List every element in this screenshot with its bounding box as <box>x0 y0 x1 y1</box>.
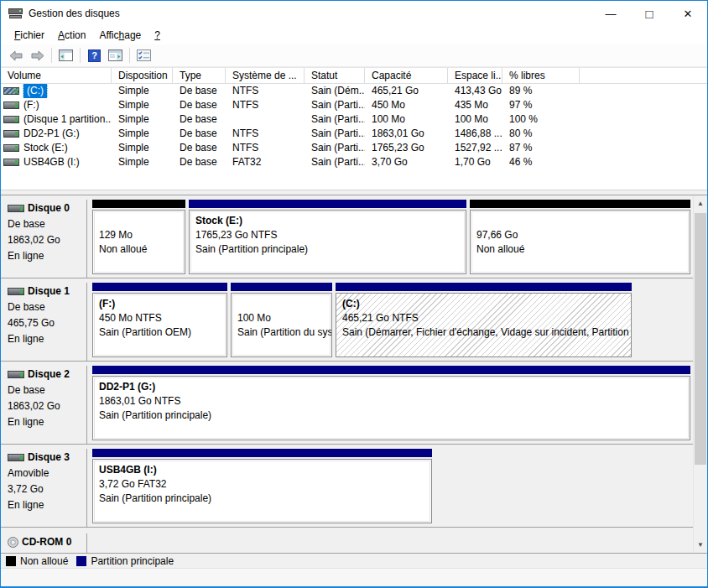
menu-help[interactable]: ? <box>148 28 167 43</box>
disposition-cell: Simple <box>112 112 173 127</box>
back-button[interactable] <box>6 46 27 65</box>
filesystem-cell: NTFS <box>226 84 305 98</box>
partition[interactable]: (F:)450 Mo NTFSSain (Partition OEM) <box>92 283 227 361</box>
column-header-filesystem[interactable]: Système de ... <box>226 68 305 84</box>
column-header-statut[interactable]: Statut <box>305 68 365 84</box>
disk-header[interactable]: Disque 2De base1863,02 GoEn ligne <box>8 366 87 444</box>
partition-title: DD2-P1 (G:) <box>99 380 690 394</box>
drive-icon <box>3 116 19 123</box>
column-header-type[interactable]: Type <box>173 68 226 84</box>
capacite-cell: 465,21 Go <box>365 84 448 98</box>
partition-size: 100 Mo <box>237 311 331 325</box>
type-cell: De base <box>173 112 226 127</box>
cdrom-header[interactable]: CD-ROM 0 <box>8 533 87 553</box>
capacite-cell: 1863,01 Go <box>365 127 448 141</box>
show-console-tree-button[interactable] <box>55 46 76 65</box>
partition-size: 3,72 Go FAT32 <box>99 477 431 492</box>
partition-status: Sain (Partition principale) <box>99 408 690 423</box>
forward-button[interactable] <box>27 46 48 65</box>
scrollbar-thumb[interactable] <box>695 213 706 465</box>
partition-status: Sain (Partition principale) <box>99 492 431 506</box>
cdrom-row: CD-ROM 0 <box>1 528 693 553</box>
close-button[interactable]: ✕ <box>669 1 707 26</box>
statut-cell: Sain (Parti... <box>305 141 365 155</box>
drive-icon <box>8 205 24 212</box>
help-button[interactable]: ? <box>84 46 105 65</box>
menu-affichage[interactable]: Affichage <box>92 28 148 43</box>
type-cell: De base <box>173 84 226 98</box>
disk-row: Disque 2De base1863,02 GoEn ligneDD2-P1 … <box>1 362 693 445</box>
column-header-espace[interactable]: Espace li... <box>448 68 502 84</box>
partition[interactable]: Stock (E:)1765,23 Go NTFSSain (Partition… <box>189 200 466 278</box>
statut-cell: Sain (Parti... <box>305 112 365 127</box>
show-action-pane-button[interactable] <box>105 46 126 65</box>
partition-color-bar <box>92 366 690 374</box>
disposition-cell: Simple <box>112 155 173 169</box>
espace-cell: 1486,88 ... <box>448 127 502 141</box>
libres-cell: 97 % <box>502 98 580 112</box>
cdrom-name: CD-ROM 0 <box>22 536 71 548</box>
column-header-volume[interactable]: Volume <box>1 68 112 84</box>
volume-cell: DD2-P1 (G:) <box>1 127 112 141</box>
legend-swatch <box>6 556 16 566</box>
disk-header[interactable]: Disque 0De base1863,02 GoEn ligne <box>8 200 87 278</box>
menu-action[interactable]: Action <box>51 28 92 43</box>
partition-title: USB4GB (I:) <box>99 463 431 477</box>
volume-row[interactable]: USB4GB (I:)SimpleDe baseFAT32Sain (Parti… <box>1 155 707 169</box>
drive-icon <box>3 130 19 138</box>
disk-type: De base <box>8 385 86 396</box>
column-header-disposition[interactable]: Disposition <box>112 68 173 84</box>
disk-header[interactable]: Disque 3Amovible3,72 GoEn ligne <box>8 449 87 527</box>
toolbar: ? <box>1 44 707 67</box>
disk-name: Disque 0 <box>28 202 70 214</box>
column-header-capacite[interactable]: Capacité <box>365 68 448 84</box>
partition[interactable]: (C:)465,21 Go NTFSSain (Démarrer, Fichie… <box>336 283 632 361</box>
disk-row: Disque 0De base1863,02 GoEn ligne129 MoN… <box>1 195 693 278</box>
pane-splitter[interactable] <box>1 190 707 195</box>
disk-header[interactable]: Disque 1De base465,75 GoEn ligne <box>8 283 87 361</box>
partition[interactable]: 129 MoNon alloué <box>92 200 185 278</box>
volume-name: USB4GB (I:) <box>23 155 80 169</box>
menu-fichier[interactable]: Fichier <box>8 28 51 43</box>
filesystem-cell: NTFS <box>226 127 305 141</box>
volume-name: (F:) <box>23 98 39 112</box>
legend-swatch <box>76 556 86 566</box>
column-header-libres[interactable]: % libres <box>502 68 580 84</box>
filesystem-cell: FAT32 <box>226 155 305 169</box>
minimize-button[interactable]: — <box>591 1 630 26</box>
scroll-up-icon[interactable]: ▲ <box>694 196 707 211</box>
volume-row[interactable]: DD2-P1 (G:)SimpleDe baseNTFSSain (Parti.… <box>1 127 707 141</box>
partition-size: 450 Mo NTFS <box>99 311 226 325</box>
partition-body: DD2-P1 (G:)1863,01 Go NTFSSain (Partitio… <box>92 376 690 440</box>
capacite-cell: 3,70 Go <box>365 155 448 169</box>
partition[interactable]: USB4GB (I:)3,72 Go FAT32Sain (Partition … <box>92 449 432 527</box>
partition[interactable]: DD2-P1 (G:)1863,01 Go NTFSSain (Partitio… <box>92 366 690 444</box>
volume-row[interactable]: (Disque 1 partition...SimpleDe baseSain … <box>1 112 707 127</box>
partition-title <box>476 214 690 228</box>
partition-status: Sain (Démarrer, Fichier d'échange, Vidag… <box>342 325 631 340</box>
partition-color-bar <box>189 200 466 208</box>
volume-row[interactable]: (F:)SimpleDe baseNTFSSain (Parti...450 M… <box>1 98 707 112</box>
drive-icon <box>8 371 24 378</box>
partition[interactable]: 97,66 GoNon alloué <box>470 200 690 278</box>
back-icon <box>9 50 23 61</box>
partition-title <box>99 214 185 228</box>
espace-cell: 1527,92 ... <box>448 141 502 155</box>
drive-icon <box>8 454 24 461</box>
maximize-button[interactable]: □ <box>630 1 669 26</box>
disposition-cell: Simple <box>112 141 173 155</box>
scroll-down-icon[interactable]: ▼ <box>694 538 707 552</box>
legend-item: Non alloué <box>6 555 68 567</box>
volume-row[interactable]: Stock (E:)SimpleDe baseNTFSSain (Parti..… <box>1 141 707 155</box>
drive-icon <box>3 159 19 166</box>
partition[interactable]: 100 MoSain (Partition du sys <box>231 283 332 361</box>
volume-table-body: (C:)SimpleDe baseNTFSSain (Dém...465,21 … <box>1 84 707 169</box>
volume-row[interactable]: (C:)SimpleDe baseNTFSSain (Dém...465,21 … <box>1 84 707 98</box>
partition-status: Sain (Partition principale) <box>195 242 466 257</box>
options-button[interactable] <box>133 46 154 65</box>
disk-management-window: Gestion des disques — □ ✕ Fichier Action… <box>0 0 708 588</box>
vertical-scrollbar[interactable]: ▲ ▼ <box>693 195 707 553</box>
partition-body: (C:)465,21 Go NTFSSain (Démarrer, Fichie… <box>336 293 632 357</box>
capacite-cell: 450 Mo <box>365 98 448 112</box>
disk-status: En ligne <box>8 500 86 511</box>
